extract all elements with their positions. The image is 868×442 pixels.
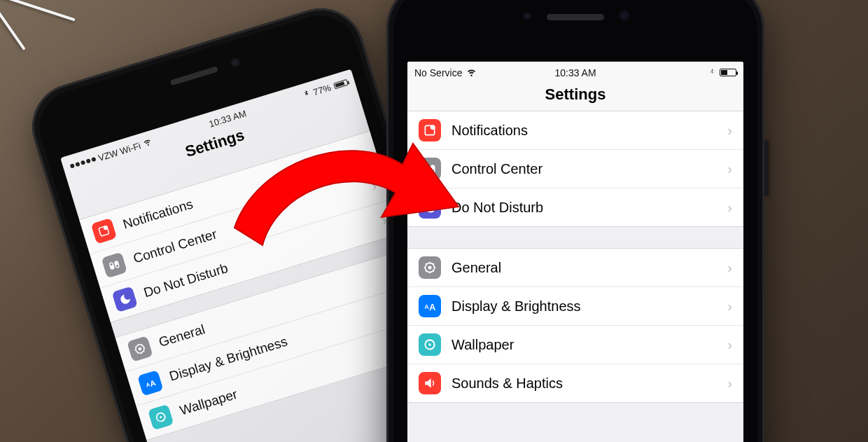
svg-text:A: A <box>429 303 435 312</box>
wallpaper-icon <box>419 333 441 356</box>
general-icon <box>419 256 441 279</box>
display-icon: AA <box>419 295 441 317</box>
row-label: Do Not Disturb <box>451 200 717 216</box>
svg-point-16 <box>426 166 428 169</box>
bluetooth-icon <box>708 67 715 78</box>
settings-group-1: Notifications › Control Center › Do Not … <box>407 111 743 227</box>
photo-stage: VZW Wi-Fi 10:33 AM 77% Settings Notifica… <box>0 0 868 442</box>
battery-icon <box>333 78 349 88</box>
chevron-right-icon: › <box>727 375 732 392</box>
svg-point-17 <box>431 170 434 172</box>
proximity-sensor <box>524 13 531 20</box>
svg-point-23 <box>428 343 430 345</box>
row-label: Display & Brightness <box>451 298 717 315</box>
wifi-icon <box>141 136 153 149</box>
row-wallpaper[interactable]: Wallpaper › <box>407 326 743 364</box>
svg-point-11 <box>160 416 162 419</box>
status-bar: No Service 10:33 AM <box>407 62 743 80</box>
settings-group-2: General › AA Display & Brightness › Wall… <box>407 248 743 403</box>
battery-icon <box>720 69 736 76</box>
row-sounds[interactable]: Sounds & Haptics › <box>407 364 743 402</box>
row-general[interactable]: General › <box>407 249 743 287</box>
chevron-right-icon: › <box>359 143 368 160</box>
control-center-icon <box>419 158 441 180</box>
chevron-right-icon: › <box>727 298 732 315</box>
do-not-disturb-icon <box>111 286 137 312</box>
svg-point-19 <box>428 266 432 270</box>
chevron-right-icon: › <box>727 337 732 353</box>
front-camera <box>619 10 630 21</box>
svg-rect-2 <box>108 262 115 270</box>
do-not-disturb-icon <box>419 196 441 219</box>
wallpaper-icon <box>148 404 174 430</box>
row-label: Notifications <box>451 123 717 139</box>
row-control-center[interactable]: Control Center › <box>407 150 743 188</box>
row-label: Control Center <box>451 161 717 177</box>
chevron-right-icon: › <box>727 200 732 216</box>
screen-right: No Service 10:33 AM Settings Notificatio… <box>407 62 743 442</box>
notifications-icon <box>419 119 441 141</box>
row-notifications[interactable]: Notifications › <box>407 111 743 150</box>
carrier-label: No Service <box>414 67 462 78</box>
phone-right: No Service 10:33 AM Settings Notificatio… <box>386 0 764 442</box>
chevron-right-icon: › <box>727 260 732 276</box>
notifications-icon <box>91 218 117 244</box>
svg-point-13 <box>430 125 435 130</box>
chevron-right-icon: › <box>369 177 378 194</box>
row-label: Sounds & Haptics <box>451 375 717 392</box>
bluetooth-icon <box>302 88 312 100</box>
chevron-right-icon: › <box>727 161 732 177</box>
control-center-icon <box>102 252 127 278</box>
svg-rect-3 <box>113 261 120 269</box>
row-display[interactable]: AA Display & Brightness › <box>407 287 743 326</box>
display-icon: AA <box>137 370 163 396</box>
row-label: General <box>451 260 717 276</box>
sounds-icon <box>419 372 441 394</box>
earpiece <box>547 14 604 20</box>
svg-point-7 <box>138 347 142 351</box>
row-label: Wallpaper <box>451 337 717 353</box>
wifi-icon <box>466 67 477 79</box>
chevron-right-icon: › <box>727 123 732 139</box>
page-title: Settings <box>407 80 743 111</box>
svg-text:A: A <box>425 303 429 310</box>
general-icon <box>127 336 153 361</box>
row-do-not-disturb[interactable]: Do Not Disturb › <box>407 188 743 226</box>
side-button <box>764 140 768 196</box>
